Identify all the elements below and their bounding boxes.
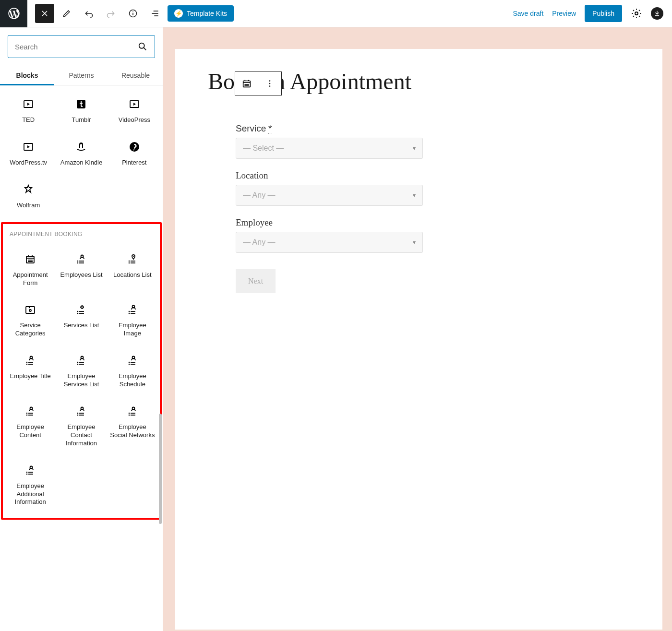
service-label: Service * <box>236 123 602 134</box>
block-appt-employee-content[interactable]: Employee Content <box>6 397 55 454</box>
location-select[interactable]: — Any — ▾ <box>236 185 423 206</box>
video-icon <box>23 97 34 111</box>
block-label: Tumblr <box>72 116 91 124</box>
block-appt-employees-list[interactable]: Employees List <box>57 245 106 294</box>
block-label: Appointment Form <box>8 271 53 287</box>
block-embed-pinterest[interactable]: Pinterest <box>109 133 160 174</box>
block-label: Services List <box>64 321 99 330</box>
person-list-icon <box>75 252 87 266</box>
editor-canvas: Book an Appointment Service * — Select —… <box>163 27 672 631</box>
block-embed-videopress[interactable]: VideoPress <box>109 90 160 131</box>
template-kits-label: Template Kits <box>187 10 227 17</box>
block-embed-tumblr[interactable]: Tumblr <box>56 90 107 131</box>
wordpress-logo[interactable] <box>0 0 27 27</box>
appointment-section-header: Appointment Booking <box>3 224 160 240</box>
person-list-icon <box>75 353 87 368</box>
publish-button[interactable]: Publish <box>585 5 622 22</box>
service-select[interactable]: — Select — ▾ <box>236 138 423 159</box>
block-label: Employee Image <box>110 321 155 338</box>
block-appt-employee-services-list[interactable]: Employee Services List <box>57 346 106 395</box>
block-label: Employee Services List <box>59 372 104 389</box>
block-appt-employee-schedule[interactable]: Employee Schedule <box>108 346 157 395</box>
appointment-booking-highlight: Appointment Booking Appointment FormEmpl… <box>1 222 162 520</box>
block-type-button[interactable] <box>235 72 258 95</box>
document-info-button[interactable] <box>123 4 143 23</box>
block-label: TED <box>22 116 35 124</box>
block-label: Wolfram <box>17 202 40 210</box>
block-appt-employee-image[interactable]: Employee Image <box>108 296 157 345</box>
redo-button[interactable] <box>101 4 120 23</box>
block-label: Pinterest <box>122 159 146 167</box>
block-appt-locations-list[interactable]: Locations List <box>108 245 157 294</box>
template-kits-button[interactable]: ⚡ Template Kits <box>168 5 234 22</box>
search-icon <box>137 41 148 52</box>
video-icon <box>129 97 140 111</box>
pinterest-icon <box>129 140 140 154</box>
next-button[interactable]: Next <box>236 269 276 293</box>
bolt-icon: ⚡ <box>174 9 183 18</box>
block-label: Employee Contact Information <box>59 423 104 448</box>
block-options-button[interactable] <box>258 72 281 95</box>
settings-icon[interactable] <box>631 8 642 19</box>
person-list-icon <box>127 302 138 317</box>
form-icon <box>24 252 36 266</box>
svg-point-31 <box>635 12 638 15</box>
gear-list-icon <box>75 302 87 317</box>
tumblr-icon <box>75 97 87 111</box>
block-label: Amazon Kindle <box>60 159 102 167</box>
close-inserter-button[interactable] <box>35 4 54 23</box>
block-label: Service Categories <box>8 321 53 338</box>
plugin-icon[interactable] <box>651 7 663 20</box>
block-label: VideoPress <box>119 116 150 124</box>
preview-link[interactable]: Preview <box>552 10 576 17</box>
person-list-icon <box>24 404 36 418</box>
tab-patterns[interactable]: Patterns <box>54 66 108 85</box>
inserter-tabs: Blocks Patterns Reusable <box>0 66 163 85</box>
block-appt-employee-contact-information[interactable]: Employee Contact Information <box>57 397 106 454</box>
person-list-icon <box>127 404 138 418</box>
pin-list-icon <box>127 252 138 266</box>
block-appt-employee-additional-information[interactable]: Employee Additional Information <box>6 456 55 513</box>
svg-point-34 <box>269 80 271 82</box>
block-embed-wordpress-tv[interactable]: WordPress.tv <box>3 133 54 174</box>
block-appt-employee-title[interactable]: Employee Title <box>6 346 55 395</box>
block-label: Locations List <box>113 271 152 279</box>
block-label: Employee Schedule <box>110 372 155 389</box>
block-label: Employee Social Networks <box>110 423 155 440</box>
block-appt-appointment-form[interactable]: Appointment Form <box>6 245 55 294</box>
block-label: Employee Content <box>8 423 53 440</box>
person-list-icon <box>24 463 36 477</box>
block-search-box[interactable] <box>8 35 155 58</box>
block-toolbar <box>235 71 282 95</box>
video-icon <box>23 140 34 154</box>
person-list-icon <box>127 353 138 368</box>
employee-select[interactable]: — Any — ▾ <box>236 232 423 253</box>
block-appt-service-categories[interactable]: Service Categories <box>6 296 55 345</box>
block-appt-employee-social-networks[interactable]: Employee Social Networks <box>108 397 157 454</box>
block-embed-amazon-kindle[interactable]: Amazon Kindle <box>56 133 107 174</box>
edit-tool-button[interactable] <box>57 4 76 23</box>
svg-point-27 <box>132 12 133 12</box>
block-label: Employee Additional Information <box>8 482 53 507</box>
folder-gear-icon <box>24 302 36 317</box>
person-list-icon <box>75 404 87 418</box>
block-embed-wolfram[interactable]: Wolfram <box>3 176 54 216</box>
block-appt-services-list[interactable]: Services List <box>57 296 106 345</box>
page-content[interactable]: Book an Appointment Service * — Select —… <box>175 49 662 630</box>
save-draft-link[interactable]: Save draft <box>513 10 543 17</box>
appointment-form-block[interactable]: Service * — Select — ▾ Location — Any — … <box>208 109 630 308</box>
wolfram-icon <box>23 182 34 197</box>
location-label: Location <box>236 170 602 181</box>
block-embed-ted[interactable]: TED <box>3 90 54 131</box>
undo-button[interactable] <box>79 4 98 23</box>
top-toolbar: ⚡ Template Kits Save draft Preview Publi… <box>0 0 672 27</box>
tab-reusable[interactable]: Reusable <box>108 66 163 85</box>
document-outline-button[interactable] <box>145 4 165 23</box>
tab-blocks[interactable]: Blocks <box>0 66 54 85</box>
svg-line-33 <box>144 48 146 50</box>
block-inserter-sidebar: Blocks Patterns Reusable TEDTumblrVideoP… <box>0 27 163 631</box>
search-input[interactable] <box>15 43 137 51</box>
sidebar-scrollbar[interactable] <box>159 414 162 524</box>
svg-point-35 <box>269 83 271 84</box>
svg-point-32 <box>139 43 144 48</box>
